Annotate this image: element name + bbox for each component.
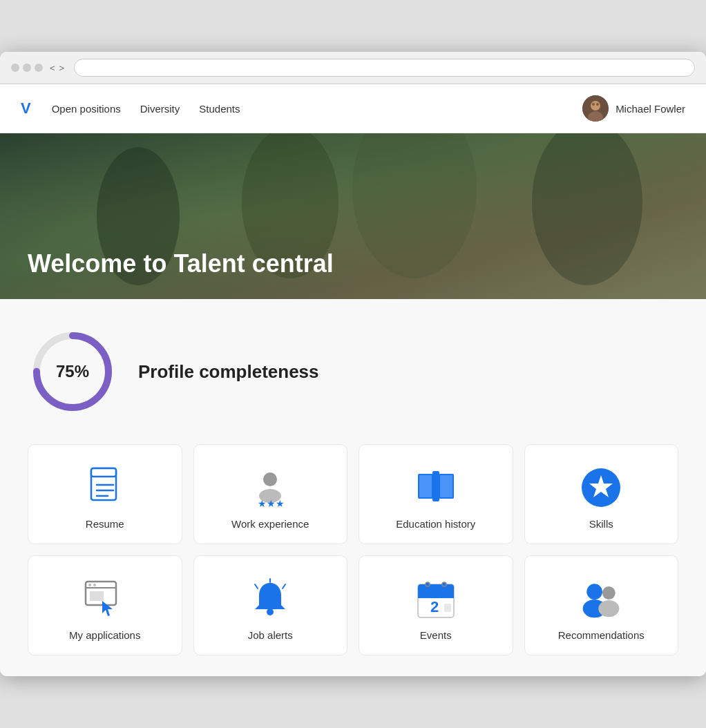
hero-title: Welcome to Talent central xyxy=(28,249,334,278)
navbar-links: Open positions Diversity Students xyxy=(52,103,582,115)
svg-point-3 xyxy=(592,103,595,106)
dot-green xyxy=(35,64,43,72)
my-applications-label: My applications xyxy=(69,629,140,641)
browser-chrome: < > xyxy=(0,52,706,84)
svg-line-36 xyxy=(283,584,285,588)
svg-point-30 xyxy=(88,584,91,586)
skills-icon xyxy=(579,466,623,510)
card-my-applications[interactable]: My applications xyxy=(28,555,182,655)
svg-rect-25 xyxy=(440,475,452,497)
svg-rect-40 xyxy=(418,593,454,598)
svg-rect-23 xyxy=(432,471,439,501)
svg-point-45 xyxy=(587,584,603,600)
card-resume[interactable]: Resume xyxy=(28,444,182,544)
nav-open-positions[interactable]: Open positions xyxy=(52,103,121,115)
cards-row-2: My applications Job alerts xyxy=(28,555,678,655)
nav-diversity[interactable]: Diversity xyxy=(140,103,180,115)
browser-nav: < > xyxy=(50,63,64,73)
donut-percent: 75% xyxy=(56,362,89,381)
resume-label: Resume xyxy=(86,518,124,530)
hero-banner: Welcome to Talent central xyxy=(0,133,706,299)
svg-point-4 xyxy=(596,103,599,106)
navbar: V Open positions Diversity Students Mich… xyxy=(0,84,706,133)
nav-forward[interactable]: > xyxy=(59,63,65,73)
card-events[interactable]: 2 Events xyxy=(359,555,513,655)
svg-rect-24 xyxy=(419,475,432,497)
svg-marker-33 xyxy=(102,601,113,616)
svg-point-31 xyxy=(93,584,96,586)
svg-rect-44 xyxy=(444,604,451,612)
completeness-label: Profile completeness xyxy=(138,361,319,383)
recommendations-icon xyxy=(579,577,623,621)
recommendations-label: Recommendations xyxy=(558,629,645,641)
work-experience-label: Work experience xyxy=(231,518,309,530)
events-icon: 2 xyxy=(414,577,458,621)
svg-point-47 xyxy=(602,586,616,600)
events-label: Events xyxy=(420,629,452,641)
card-recommendations[interactable]: Recommendations xyxy=(524,555,679,655)
education-history-icon xyxy=(414,466,458,510)
card-education-history[interactable]: Education history xyxy=(359,444,513,544)
job-alerts-icon xyxy=(248,577,292,621)
dot-yellow xyxy=(23,64,31,72)
navbar-user: Michael Fowler xyxy=(582,95,685,122)
avatar xyxy=(582,95,609,122)
svg-rect-32 xyxy=(90,591,104,601)
svg-point-1 xyxy=(591,101,600,111)
nav-students[interactable]: Students xyxy=(199,103,240,115)
work-experience-icon: ★★★ xyxy=(248,466,292,510)
user-name: Michael Fowler xyxy=(616,103,685,115)
dot-red xyxy=(11,64,19,72)
education-history-label: Education history xyxy=(396,518,475,530)
svg-point-42 xyxy=(442,582,446,586)
nav-back[interactable]: < xyxy=(50,63,55,73)
browser-window: < > V Open positions Diversity Students … xyxy=(0,52,706,676)
profile-completeness: 75% Profile completeness xyxy=(28,327,678,416)
donut-chart: 75% xyxy=(28,327,117,416)
cards-row-1: Resume ★★★ Work experience xyxy=(28,444,678,544)
job-alerts-label: Job alerts xyxy=(248,629,293,641)
browser-dots xyxy=(11,64,43,72)
resume-icon xyxy=(83,466,127,510)
logo[interactable]: V xyxy=(21,99,31,117)
card-skills[interactable]: Skills xyxy=(524,444,679,544)
svg-point-18 xyxy=(263,472,277,486)
svg-line-35 xyxy=(255,584,258,588)
svg-point-41 xyxy=(426,582,430,586)
svg-point-48 xyxy=(598,600,619,617)
svg-text:2: 2 xyxy=(430,598,439,615)
card-job-alerts[interactable]: Job alerts xyxy=(193,555,348,655)
my-applications-icon xyxy=(83,577,127,621)
svg-text:★★★: ★★★ xyxy=(258,498,285,508)
card-work-experience[interactable]: ★★★ Work experience xyxy=(193,444,348,544)
profile-section: 75% Profile completeness Resume xyxy=(0,299,706,676)
svg-rect-14 xyxy=(91,468,116,477)
skills-label: Skills xyxy=(589,518,613,530)
svg-point-34 xyxy=(267,609,274,615)
browser-address-bar[interactable] xyxy=(74,59,695,77)
